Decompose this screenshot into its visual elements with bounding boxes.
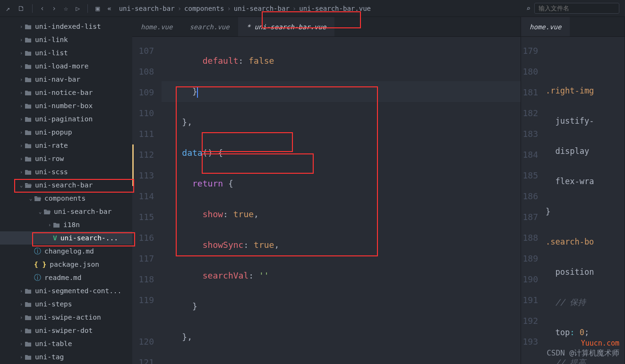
breadcrumb-segment[interactable]: uni-search-bar — [234, 5, 290, 12]
tree-item-label: uni-number-box — [35, 102, 93, 110]
share-icon[interactable]: ↗ — [6, 4, 10, 13]
tree-item[interactable]: ›uni-swiper-dot — [0, 324, 132, 337]
arrow-icon[interactable]: ⌄ — [18, 182, 25, 188]
arrow-icon[interactable]: › — [18, 314, 25, 321]
arrow-icon[interactable]: › — [18, 169, 25, 175]
line-number: 193 — [521, 331, 538, 352]
tree-item[interactable]: { }package.json — [0, 258, 132, 271]
arrow-icon[interactable]: › — [18, 50, 25, 56]
arrow-icon[interactable]: › — [18, 63, 25, 69]
arrow-icon[interactable]: › — [18, 37, 25, 43]
arrow-icon[interactable]: › — [18, 156, 25, 162]
arrow-icon[interactable]: › — [18, 116, 25, 122]
arrow-icon[interactable]: › — [18, 24, 25, 30]
folder-icon — [25, 301, 32, 307]
folder-icon — [25, 90, 32, 96]
code-area[interactable]: 1071081091101111121131141151161171181191… — [132, 37, 521, 364]
code-area[interactable]: 1791801811821831841851861871881891901911… — [521, 37, 625, 364]
stop-icon[interactable]: ▣ — [95, 4, 100, 13]
tree-item[interactable]: ›uni-list — [0, 46, 132, 59]
tree-item[interactable]: ›uni-steps — [0, 297, 132, 311]
line-number: 116 — [132, 228, 154, 248]
editor-tabs: home.vue search.vue * uni-search-bar.vue — [132, 17, 521, 37]
tree-item[interactable]: ⓘreadme.md — [0, 271, 132, 284]
tree-item[interactable]: ›uni-number-box — [0, 99, 132, 112]
folder-icon — [25, 341, 32, 347]
folder-open-icon — [34, 195, 41, 202]
arrow-icon[interactable]: › — [18, 143, 25, 149]
search-input[interactable] — [534, 3, 619, 14]
tree-item[interactable]: Vuni-search-... — [0, 231, 132, 245]
tree-item-label: uni-row — [35, 155, 64, 162]
back-icon[interactable]: ‹ — [40, 4, 44, 13]
tree-item-label: readme.md — [44, 274, 82, 281]
tree-item[interactable]: ›uni-rate — [0, 139, 132, 152]
tree-item-label: components — [44, 195, 86, 202]
tree-item[interactable]: ›uni-segmented-cont... — [0, 284, 132, 297]
markdown-file-icon: ⓘ — [34, 273, 41, 282]
tree-item-label: uni-rate — [35, 142, 68, 149]
file-explorer[interactable]: ›uni-indexed-list›uni-link›uni-list›uni-… — [0, 17, 132, 364]
code-body[interactable]: .right-img justify- display flex-wra } .… — [546, 37, 625, 364]
arrow-icon[interactable]: › — [46, 222, 53, 228]
tree-item[interactable]: ›uni-table — [0, 337, 132, 350]
breadcrumb-segment[interactable]: uni-search-bar.vue — [299, 5, 371, 12]
new-file-icon[interactable]: 🗋 — [17, 4, 25, 13]
code-body[interactable]: default: false } }, data() { return { sh… — [162, 37, 521, 364]
tab-home-vue[interactable]: home.vue — [521, 17, 570, 36]
tree-item-label: uni-search-... — [60, 234, 118, 242]
line-number: 111 — [132, 124, 154, 144]
tree-item[interactable]: ›uni-link — [0, 33, 132, 46]
editor-tabs: home.vue — [521, 17, 625, 37]
folder-icon — [25, 156, 32, 162]
arrow-icon[interactable]: ⌄ — [27, 195, 34, 202]
tab-uni-search-bar-vue[interactable]: * uni-search-bar.vue — [238, 17, 335, 36]
tree-item[interactable]: ›uni-popup — [0, 126, 132, 139]
tree-item[interactable]: ›uni-row — [0, 152, 132, 165]
tree-item[interactable]: ⌄uni-search-bar — [0, 178, 132, 192]
arrow-icon[interactable]: › — [18, 76, 25, 83]
tree-item-label: package.json — [50, 261, 99, 268]
tab-home-vue[interactable]: home.vue — [132, 17, 181, 36]
tree-item[interactable]: ›uni-notice-bar — [0, 86, 132, 99]
line-number: 186 — [521, 186, 538, 207]
arrow-icon[interactable]: › — [18, 301, 25, 307]
tree-item[interactable]: ›i18n — [0, 218, 132, 231]
forward-icon[interactable]: › — [52, 4, 56, 13]
arrow-icon[interactable]: › — [18, 288, 25, 294]
tree-item[interactable]: ›uni-nav-bar — [0, 73, 132, 86]
arrow-icon[interactable]: › — [18, 328, 25, 334]
arrow-icon[interactable]: › — [18, 341, 25, 347]
line-number: 182 — [521, 103, 538, 124]
tree-item[interactable]: ⓘchangelog.md — [0, 245, 132, 258]
breadcrumb: uni-search-bar› components› uni-search-b… — [119, 5, 371, 12]
tree-item[interactable]: ›uni-swipe-action — [0, 311, 132, 324]
tree-item[interactable]: ›uni-tag — [0, 350, 132, 364]
folder-icon — [25, 24, 32, 30]
tree-item[interactable]: ⌄components — [0, 192, 132, 205]
breadcrumb-segment[interactable]: uni-search-bar — [119, 5, 175, 12]
arrow-icon[interactable]: › — [18, 129, 25, 135]
tree-item[interactable]: ⌄uni-search-bar — [0, 205, 132, 218]
folder-icon — [25, 116, 32, 122]
tree-item[interactable]: ›uni-load-more — [0, 59, 132, 73]
folder-icon — [25, 354, 32, 360]
tree-item[interactable]: ›uni-scss — [0, 165, 132, 178]
arrow-icon[interactable]: › — [18, 90, 25, 96]
gutter: 1791801811821831841851861871881891901911… — [521, 37, 546, 364]
search-icon[interactable]: ⌕ — [526, 4, 531, 13]
tree-item[interactable]: ›uni-indexed-list — [0, 20, 132, 33]
arrow-icon[interactable]: › — [18, 103, 25, 109]
tree-item-label: uni-search-bar — [35, 181, 93, 189]
line-number: 110 — [132, 103, 154, 124]
breadcrumb-segment[interactable]: components — [184, 5, 224, 12]
star-icon[interactable]: ☆ — [64, 4, 68, 13]
arrow-icon[interactable]: ⌄ — [37, 209, 43, 215]
line-number: 184 — [521, 144, 538, 165]
tree-item[interactable]: ›uni-pagination — [0, 112, 132, 126]
file-search: ⌕ — [526, 3, 619, 14]
run-icon[interactable]: ▷ — [76, 4, 80, 13]
tree-item-label: uni-scss — [35, 168, 68, 176]
arrow-icon[interactable]: › — [18, 354, 25, 360]
tab-search-vue[interactable]: search.vue — [181, 17, 238, 36]
